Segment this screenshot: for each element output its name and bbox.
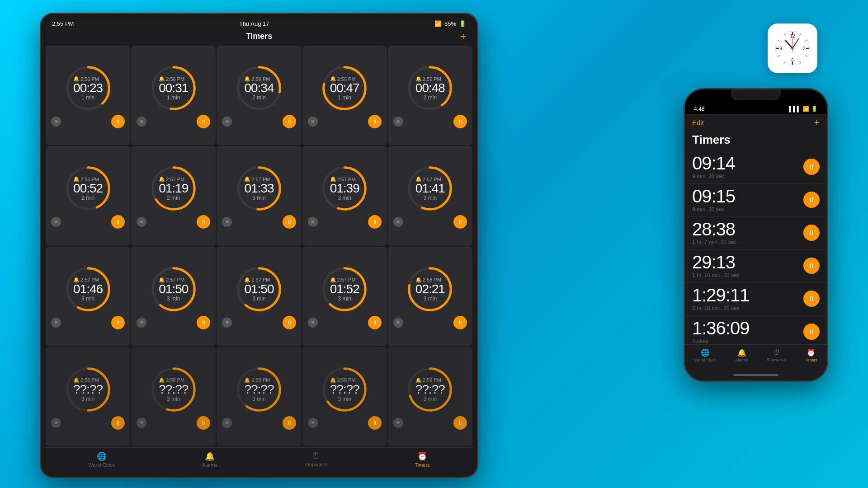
timer-center-info: 🔔2:57 PM01:503 min	[244, 277, 274, 301]
cancel-timer-button[interactable]: ✕	[51, 418, 61, 428]
pause-timer-button[interactable]: ⏸	[111, 215, 125, 229]
timer-remaining: 01:33	[244, 182, 274, 195]
cancel-timer-button[interactable]: ✕	[308, 418, 318, 428]
pause-timer-button[interactable]: ⏸	[368, 416, 382, 430]
pause-timer-button[interactable]: ⏸	[368, 215, 382, 229]
nav-label: World Clock	[88, 462, 115, 468]
pause-timer-button[interactable]: ⏸	[197, 215, 210, 229]
iphone-nav-item-world-clock[interactable]: 🌐 World Clock	[694, 348, 716, 362]
cancel-timer-button[interactable]: ✕	[308, 318, 318, 328]
iphone-timer-row[interactable]: 29:131 hr, 10 min, 30 sec⏸	[685, 249, 827, 282]
pause-timer-button[interactable]: ⏸	[283, 115, 296, 128]
pause-timer-button[interactable]: ⏸	[197, 316, 210, 329]
timer-duration: 2 min	[244, 94, 274, 101]
timer-actions: ✕⏸	[133, 214, 214, 230]
timer-remaining: 01:39	[330, 182, 359, 195]
battery-icon: 🔋	[459, 20, 466, 27]
iphone-pause-button[interactable]: ⏸	[803, 324, 820, 340]
add-timer-iphone-button[interactable]: +	[814, 117, 820, 128]
timer-duration: 3 min	[73, 395, 103, 402]
cancel-timer-button[interactable]: ✕	[393, 217, 403, 227]
pause-timer-button[interactable]: ⏸	[283, 215, 296, 229]
cancel-timer-button[interactable]: ✕	[51, 117, 61, 127]
iphone-timer-row[interactable]: 09:159 min, 30 sec⏸	[685, 183, 827, 216]
timer-remaining: 01:50	[244, 282, 274, 295]
timer-cell: 🔔2:57 PM01:333 min✕⏸	[217, 146, 301, 245]
cancel-timer-button[interactable]: ✕	[308, 117, 318, 127]
iphone-nav-item-timers[interactable]: ⏰ Timers	[805, 348, 817, 362]
timer-center-info: 🔔2:59 PM??:??3 min	[415, 377, 445, 402]
ipad-nav-item-alarms[interactable]: 🔔 Alarms	[202, 451, 217, 468]
iphone-nav-item-alarms[interactable]: 🔔 Alarms	[736, 348, 748, 362]
iphone-pause-button[interactable]: ⏸	[803, 258, 820, 274]
timer-center-info: 🔔2:58 PM??:??3 min	[244, 377, 274, 402]
iphone-timer-info: 28:381 hr, 7 min, 30 sec	[692, 220, 736, 245]
timer-remaining: 01:19	[159, 182, 188, 195]
pause-timer-button[interactable]: ⏸	[453, 215, 467, 229]
timer-duration: 3 min	[244, 195, 274, 201]
pause-timer-button[interactable]: ⏸	[368, 316, 382, 329]
add-timer-button[interactable]: +	[460, 31, 466, 42]
pause-timer-button[interactable]: ⏸	[453, 316, 467, 329]
timer-center-info: 🔔2:57 PM01:413 min	[415, 176, 445, 201]
iphone-nav-label: World Clock	[694, 358, 716, 362]
cancel-timer-button[interactable]: ✕	[308, 217, 318, 227]
timer-ring: 🔔2:56 PM00:482 min	[405, 63, 455, 113]
pause-timer-button[interactable]: ⏸	[283, 416, 296, 430]
timer-center-info: 🔔2:56 PM00:311 min	[159, 76, 188, 101]
iphone-nav-item-stopwatch[interactable]: ⏱ Stopwatch	[767, 348, 786, 362]
cancel-timer-button[interactable]: ✕	[137, 318, 146, 328]
iphone-status-bar: 4:48 ▌▌▌ 📶 🔋	[685, 104, 827, 114]
pause-timer-button[interactable]: ⏸	[368, 115, 382, 128]
more-options-icon[interactable]: ···	[256, 30, 262, 38]
timer-cell: 🔔2:56 PM00:482 min✕⏸	[388, 46, 472, 145]
pause-timer-button[interactable]: ⏸	[197, 115, 210, 128]
iphone-pause-button[interactable]: ⏸	[803, 225, 820, 241]
cancel-timer-button[interactable]: ✕	[222, 318, 232, 328]
pause-timer-button[interactable]: ⏸	[111, 416, 125, 430]
cancel-timer-button[interactable]: ✕	[222, 217, 232, 227]
ipad-nav-item-timers[interactable]: ⏰ Timers	[415, 451, 430, 468]
iphone-pause-button[interactable]: ⏸	[803, 159, 820, 175]
iphone-pause-button[interactable]: ⏸	[803, 192, 820, 208]
cancel-timer-button[interactable]: ✕	[137, 217, 146, 227]
cancel-timer-button[interactable]: ✕	[222, 117, 232, 127]
wifi-icon: 📶	[434, 20, 442, 27]
timer-cell: 🔔2:59 PM??:??3 min✕⏸	[388, 347, 472, 446]
ipad-screen: 2:55 PM Thu Aug 17 📶 85% 🔋 ··· Timers + …	[45, 18, 473, 473]
edit-button[interactable]: Edit	[692, 119, 704, 127]
timer-ring: 🔔2:57 PM01:393 min	[320, 164, 369, 213]
timer-duration: 3 min	[159, 395, 188, 402]
iphone-timer-time: 09:15	[692, 187, 735, 205]
timer-actions: ✕⏸	[133, 114, 214, 129]
cancel-timer-button[interactable]: ✕	[51, 217, 61, 227]
timer-cell: 🔔2:58 PM??:??3 min✕⏸	[46, 347, 130, 446]
cancel-timer-button[interactable]: ✕	[137, 117, 146, 127]
ipad-nav-item-world-clock[interactable]: 🌐 World Clock	[88, 451, 115, 468]
pause-timer-button[interactable]: ⏸	[111, 115, 125, 128]
ipad-nav-item-stopwatch[interactable]: ⏱ Stopwatch	[305, 451, 328, 468]
timer-duration: 3 min	[159, 295, 188, 301]
pause-timer-button[interactable]: ⏸	[453, 115, 467, 128]
cancel-timer-button[interactable]: ✕	[393, 117, 403, 127]
iphone-timer-row[interactable]: 1:29:112 hr, 10 min, 30 sec⏸	[685, 282, 827, 315]
iphone-timer-row[interactable]: 1:36:09Turkey⏸	[685, 315, 827, 344]
iphone-pause-button[interactable]: ⏸	[803, 291, 820, 307]
iphone-timer-row[interactable]: 28:381 hr, 7 min, 30 sec⏸	[685, 216, 827, 249]
cancel-timer-button[interactable]: ✕	[393, 318, 403, 328]
timer-ring: 🔔2:58 PM??:??3 min	[149, 365, 198, 414]
svg-text:9: 9	[779, 46, 782, 51]
pause-timer-button[interactable]: ⏸	[453, 416, 467, 430]
pause-timer-button[interactable]: ⏸	[111, 316, 125, 329]
timer-duration: 1 min	[159, 94, 188, 101]
cancel-timer-button[interactable]: ✕	[393, 418, 403, 428]
cancel-timer-button[interactable]: ✕	[222, 418, 232, 428]
cancel-timer-button[interactable]: ✕	[137, 418, 146, 428]
cancel-timer-button[interactable]: ✕	[51, 318, 61, 328]
pause-timer-button[interactable]: ⏸	[283, 316, 296, 329]
pause-timer-button[interactable]: ⏸	[197, 416, 210, 430]
iphone-timer-row[interactable]: 09:149 min, 30 sec⏸	[685, 150, 827, 183]
clock-app-icon[interactable]: 12 3 6 9	[768, 23, 817, 73]
timer-center-info: 🔔2:57 PM01:192 min	[159, 176, 188, 201]
timer-remaining: ??:??	[415, 383, 445, 395]
